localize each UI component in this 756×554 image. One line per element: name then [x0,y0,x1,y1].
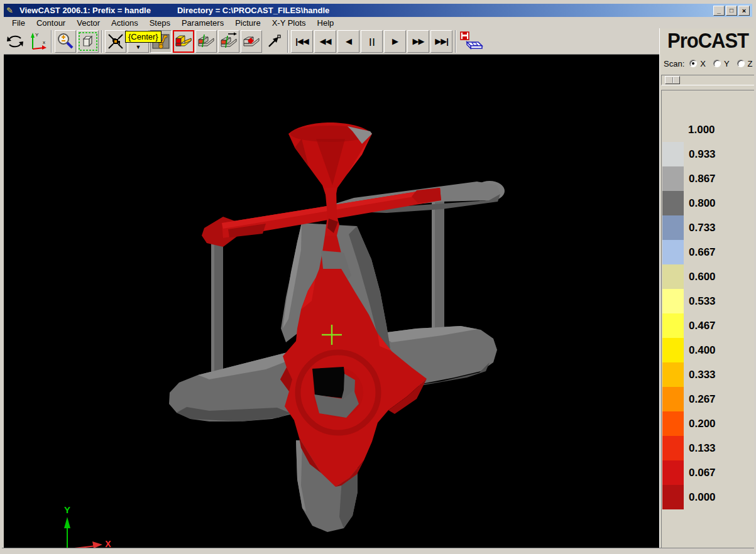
color-scale-label: 0.667 [689,246,716,259]
color-scale-label: 0.000 [689,491,716,504]
save-image-icon[interactable] [458,30,486,53]
scan-radio-label: Y [724,59,730,68]
color-scale-label: 0.067 [689,467,716,479]
menu-item[interactable]: Actions [106,18,144,28]
color-scale-label: 0.200 [689,418,716,430]
brand-panel: ProCAST [659,28,756,55]
contour-cast-button[interactable] [173,30,194,53]
toolbar-separator [51,30,52,53]
color-swatch [662,313,684,338]
color-scale-row: 0.867 [662,166,754,191]
toolbar: Y x [4,28,659,55]
color-swatch [662,191,684,215]
scan-radio-option[interactable]: X [689,59,706,68]
axis-y-label: Y [64,504,70,515]
axis-triad: Y X [64,504,111,550]
color-swatch [662,215,684,240]
right-panel: Scan: X Y Z [659,55,756,551]
zoom-button[interactable] [55,30,76,53]
color-scale-label: 0.933 [689,148,716,161]
playback-button[interactable]: ▶ [384,30,406,53]
color-swatch [662,338,684,362]
scan-slider[interactable] [661,75,755,85]
scan-radio-label: X [700,59,706,68]
maximize-button[interactable]: □ [726,6,737,16]
toolbar-separator [455,30,456,53]
procast-logo: ProCAST [667,30,748,53]
radio-icon[interactable] [689,60,697,67]
scan-controls: Scan: X Y Z [664,57,756,70]
center-view-button[interactable] [105,30,126,53]
color-scale-top-row: 1.000 [662,117,754,142]
color-scale-row: 0.067 [662,460,754,485]
menu-item[interactable]: Steps [144,18,176,28]
bounding-box-button[interactable] [77,30,99,53]
window-title: ViewCAST 2006.1: Prefix = handle [19,6,151,15]
playback-controls: |◀◀◀◀◀| |▶▶▶▶▶| [290,30,453,53]
color-scale-label: 0.267 [689,393,716,406]
color-swatch [662,240,684,264]
axes-icon: Y x [26,30,49,53]
playback-button[interactable]: ▶▶| [430,30,452,53]
color-scale-label: 0.467 [689,320,716,332]
color-swatch [662,362,684,387]
svg-text:Y: Y [35,32,39,38]
center-tooltip: {Center} [125,31,162,43]
color-scale-label: 0.333 [689,369,716,381]
color-swatch [662,142,684,166]
menu-item[interactable]: Vector [71,18,106,28]
color-scale-row: 0.467 [662,313,754,338]
scan-radio-option[interactable]: Y [713,59,730,68]
radio-icon[interactable] [737,60,745,67]
app-window: ✎ ViewCAST 2006.1: Prefix = handle Direc… [0,0,756,554]
svg-text:x: x [43,40,45,45]
rotate-icon[interactable] [4,30,26,53]
menu-item[interactable]: Picture [229,18,266,28]
menu-item[interactable]: Help [312,18,340,28]
color-scale-label: 0.733 [689,222,716,234]
color-scale-row: 0.333 [662,362,754,387]
color-scale-row: 0.667 [662,240,754,264]
scan-label: Scan: [664,59,684,68]
scan-radio-option[interactable]: Z [737,59,753,68]
color-swatch [662,411,684,436]
playback-button[interactable]: |◀◀ [291,30,313,53]
scan-slider-thumb[interactable] [665,76,680,84]
toolbar-separator [101,30,102,53]
scan-radio-label: Z [748,59,753,68]
color-scale-row: 0.000 [662,485,754,509]
playback-button[interactable]: ◀ [337,30,359,53]
pick-arrow-icon[interactable] [263,30,285,53]
color-scale-label: 0.867 [689,173,716,185]
handle-left-arm [169,351,299,421]
color-scale: 1.000 0.933 0.867 0.80 [661,90,755,550]
color-scale-row: 0.600 [662,264,754,289]
playback-button[interactable]: ▶▶ [407,30,429,53]
contour-step-forward-button[interactable] [218,30,239,53]
menu-item[interactable]: Contour [31,18,71,28]
close-button[interactable]: × [738,6,750,16]
radio-icon[interactable] [713,60,721,67]
menu-item[interactable]: Parameters [176,18,229,28]
menu-bar: FileContourVectorActionsStepsParametersP… [4,17,752,28]
viewport-3d[interactable]: Y X [4,55,659,551]
viewport-3d-model[interactable]: Y X [4,55,659,551]
color-swatch [662,166,684,191]
color-swatch [662,289,684,313]
playback-button[interactable]: | | [361,30,383,53]
color-scale-label: 0.533 [689,295,716,308]
color-swatch [662,460,684,485]
menu-item[interactable]: X-Y Plots [266,18,312,28]
contour-point-button[interactable] [241,30,262,53]
contour-mold-button[interactable] [195,30,217,53]
color-scale-row: 0.133 [662,436,754,460]
color-scale-label: 0.400 [689,344,716,357]
color-swatch [662,436,684,460]
color-swatch [662,485,684,509]
playback-button[interactable]: ◀◀ [314,30,336,53]
toolbar-separator [287,30,288,53]
menu-item[interactable]: File [6,18,31,28]
app-icon: ✎ [6,6,16,16]
pouring-funnel-red [288,122,372,197]
minimize-button[interactable]: _ [713,6,725,16]
